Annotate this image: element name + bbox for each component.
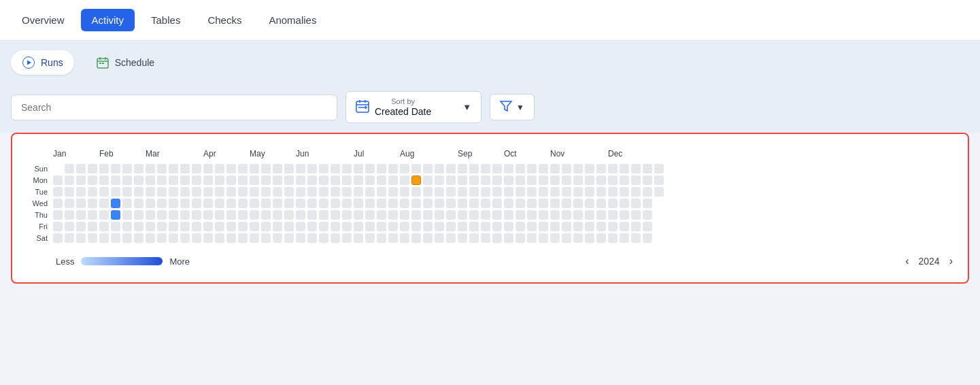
sort-text: Sort by Created Date [375,97,431,117]
day-cell [307,233,317,243]
day-cell [192,187,201,197]
day-cell [458,233,467,243]
tab-tables[interactable]: Tables [140,9,191,31]
day-cell [169,233,178,243]
day-cell [307,222,317,231]
day-cell [331,164,340,173]
day-cell [134,222,143,231]
day-cell [596,175,606,185]
sort-button[interactable]: Sort by Created Date ▼ [345,91,481,123]
day-cell [423,187,433,197]
day-cell [516,210,525,220]
day-cell [65,199,74,208]
day-cell [539,164,548,173]
day-cell [550,199,560,208]
day-cell [146,222,155,231]
day-cell [539,210,548,220]
week-col [562,164,571,243]
filter-button[interactable]: ▼ [490,94,535,120]
day-cell [307,164,317,173]
day-cell [377,199,386,208]
day-cell [319,233,328,243]
day-cell [411,164,421,173]
weeks-grid [53,164,957,243]
week-col [307,164,317,243]
day-cell [65,222,74,231]
day-cell [458,210,467,220]
week-col [88,164,97,243]
month-label-aug: Aug [400,149,414,158]
day-cell [527,164,537,173]
day-cell [203,233,213,243]
day-cell [331,175,340,185]
day-cell [169,187,178,197]
day-cell [411,175,421,185]
legend-row: Less More ‹ 2024 › [56,254,957,269]
day-cell [157,187,167,197]
day-cell [620,210,629,220]
tab-anomalies[interactable]: Anomalies [258,9,327,31]
day-cell [284,187,294,197]
day-cell [643,233,652,243]
day-cell [585,210,594,220]
day-cell [388,199,398,208]
day-cell [99,187,109,197]
day-cell [516,199,525,208]
prev-year-button[interactable]: ‹ [901,254,913,269]
day-cell [492,199,502,208]
week-col [65,164,74,243]
day-cell [435,199,444,208]
day-cell [273,199,282,208]
day-cell [354,164,363,173]
day-cell [573,175,583,185]
tab-overview[interactable]: Overview [11,9,75,31]
day-cell [585,164,594,173]
day-cell [481,210,490,220]
runs-button[interactable]: Runs [11,50,74,75]
tab-activity[interactable]: Activity [81,9,135,31]
day-cell [411,187,421,197]
week-col [527,164,537,243]
day-cell [215,233,224,243]
week-col [620,164,629,243]
day-cell [492,222,502,231]
day-cell [446,233,456,243]
day-label-wed: Wed [23,199,48,208]
week-col [446,164,456,243]
day-cell [180,233,190,243]
day-cell [504,233,513,243]
day-cell [169,175,178,185]
day-cell [342,233,352,243]
svg-rect-7 [102,63,104,64]
day-cell [122,199,132,208]
day-cell [296,199,305,208]
week-col [654,164,664,243]
day-cell [469,222,479,231]
day-cell [226,222,236,231]
day-cell [250,175,259,185]
day-cell [573,233,583,243]
day-cell [238,222,248,231]
next-year-button[interactable]: › [945,254,957,269]
day-cell [88,233,97,243]
day-cell [250,187,259,197]
day-cell [76,187,86,197]
day-cell [377,222,386,231]
day-cell [157,164,167,173]
day-cell [631,210,641,220]
day-cell [435,210,444,220]
day-cell [261,187,271,197]
day-cell [122,210,132,220]
day-cell [238,164,248,173]
day-cell [53,222,63,231]
day-cell [481,187,490,197]
week-col [238,164,248,243]
day-cell [99,199,109,208]
schedule-button[interactable]: Schedule [85,50,165,75]
tab-checks[interactable]: Checks [197,9,252,31]
week-col [481,164,490,243]
day-cell [423,199,433,208]
day-cell [122,164,132,173]
search-input[interactable] [11,95,337,120]
day-cell [65,233,74,243]
